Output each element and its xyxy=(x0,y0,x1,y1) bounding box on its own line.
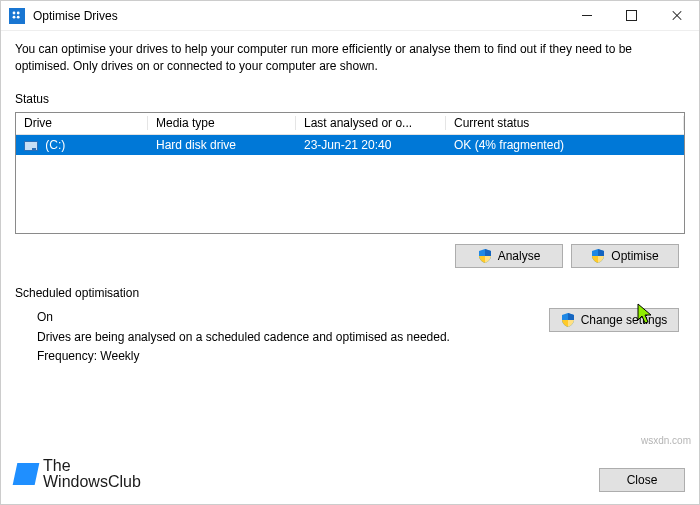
drive-last-analysed: 23-Jun-21 20:40 xyxy=(296,138,446,152)
scheduled-frequency: Frequency: Weekly xyxy=(37,349,549,363)
drives-list-header: Drive Media type Last analysed or o... C… xyxy=(16,113,684,135)
shield-icon xyxy=(561,313,575,327)
watermark-line2: WindowsClub xyxy=(43,474,141,490)
watermark-line1: The xyxy=(43,458,141,474)
watermark-logo: The WindowsClub xyxy=(15,458,141,490)
analyse-label: Analyse xyxy=(498,249,541,263)
shield-icon xyxy=(591,249,605,263)
close-window-button[interactable] xyxy=(654,1,699,31)
scheduled-state: On xyxy=(37,310,549,324)
source-watermark: wsxdn.com xyxy=(641,435,691,446)
drive-name: (C:) xyxy=(45,138,65,152)
optimise-label: Optimise xyxy=(611,249,658,263)
column-last-analysed[interactable]: Last analysed or o... xyxy=(296,116,446,130)
drive-media: Hard disk drive xyxy=(148,138,296,152)
column-media-type[interactable]: Media type xyxy=(148,116,296,130)
drives-list[interactable]: Drive Media type Last analysed or o... C… xyxy=(15,112,685,234)
watermark-icon xyxy=(13,463,40,485)
scheduled-detail: Drives are being analysed on a scheduled… xyxy=(37,328,549,347)
window-title: Optimise Drives xyxy=(33,9,564,23)
title-bar: Optimise Drives xyxy=(1,1,699,31)
app-icon xyxy=(9,8,25,24)
drive-row[interactable]: (C:) Hard disk drive 23-Jun-21 20:40 OK … xyxy=(16,135,684,155)
drive-status: OK (4% fragmented) xyxy=(446,138,684,152)
close-button[interactable]: Close xyxy=(599,468,685,492)
optimise-button[interactable]: Optimise xyxy=(571,244,679,268)
status-label: Status xyxy=(15,92,685,106)
maximize-button[interactable] xyxy=(609,1,654,31)
close-label: Close xyxy=(627,473,658,487)
analyse-button[interactable]: Analyse xyxy=(455,244,563,268)
change-settings-label: Change settings xyxy=(581,313,668,327)
minimize-button[interactable] xyxy=(564,1,609,31)
scheduled-label: Scheduled optimisation xyxy=(15,286,685,300)
shield-icon xyxy=(478,249,492,263)
drive-icon xyxy=(24,141,38,151)
column-drive[interactable]: Drive xyxy=(16,116,148,130)
description-text: You can optimise your drives to help you… xyxy=(15,41,685,76)
change-settings-button[interactable]: Change settings xyxy=(549,308,679,332)
column-current-status[interactable]: Current status xyxy=(446,116,684,130)
